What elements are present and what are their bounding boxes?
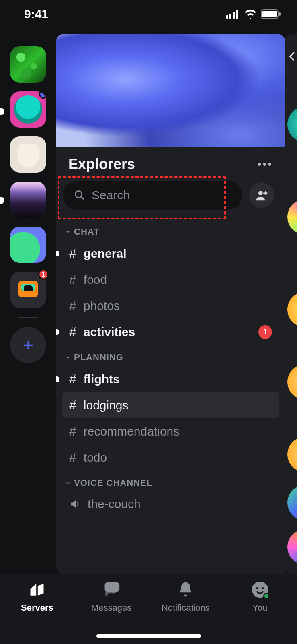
server-title: Explorers <box>68 156 135 173</box>
search-input[interactable]: Search <box>63 181 242 210</box>
svg-point-11 <box>256 587 258 590</box>
channel-general[interactable]: # general <box>62 240 279 266</box>
chevron-down-icon <box>65 355 71 360</box>
svg-rect-5 <box>262 11 277 17</box>
plus-icon: + <box>23 335 33 355</box>
members-peek[interactable] <box>285 34 297 574</box>
you-icon <box>251 581 269 599</box>
hash-icon: # <box>69 450 76 465</box>
channel-activities[interactable]: # activities 1 <box>62 319 279 345</box>
tab-bar: Servers Messages Notifications You <box>0 574 297 644</box>
messages-icon <box>102 581 120 599</box>
channel-label: todo <box>84 451 107 464</box>
tab-label: Servers <box>21 603 53 613</box>
search-placeholder: Search <box>92 188 130 202</box>
avatar[interactable] <box>287 292 297 327</box>
category-header[interactable]: PLANNING <box>62 345 279 366</box>
mention-badge: 1 <box>258 325 272 339</box>
channel-label: activities <box>84 325 135 339</box>
online-status-dot <box>263 593 270 599</box>
svg-rect-3 <box>236 10 238 19</box>
server-banner[interactable] <box>56 34 285 147</box>
svg-rect-0 <box>226 15 228 19</box>
channel-list[interactable]: CHAT # general # food # photos # activit… <box>56 216 285 574</box>
svg-point-9 <box>258 191 263 195</box>
svg-rect-6 <box>279 12 281 16</box>
hash-icon: # <box>69 424 76 439</box>
tab-you[interactable]: You <box>226 581 294 613</box>
avatar[interactable] <box>287 107 297 142</box>
status-indicators <box>226 9 281 19</box>
channel-label: the-couch <box>88 497 141 511</box>
channel-panel: Explorers ••• Search CHAT # general <box>56 34 285 574</box>
server-header[interactable]: Explorers ••• <box>56 147 285 177</box>
server-list[interactable]: 1 + <box>0 34 56 574</box>
channel-voice-the-couch[interactable]: the-couch <box>62 491 279 516</box>
speaker-icon <box>69 498 80 510</box>
more-icon[interactable]: ••• <box>258 158 273 171</box>
add-user-icon <box>255 189 268 202</box>
home-indicator <box>96 634 201 638</box>
back-icon <box>287 50 297 62</box>
category-label: CHAT <box>74 227 99 237</box>
hash-icon: # <box>69 246 76 261</box>
unread-indicator <box>56 251 59 256</box>
tab-notifications[interactable]: Notifications <box>152 581 220 613</box>
tab-label: Messages <box>91 603 131 613</box>
invite-button[interactable] <box>249 182 274 208</box>
avatar[interactable] <box>287 437 297 472</box>
category-label: PLANNING <box>74 352 123 363</box>
channel-food[interactable]: # food <box>62 266 279 293</box>
avatar[interactable] <box>287 529 297 565</box>
avatar[interactable] <box>287 485 297 520</box>
tab-messages[interactable]: Messages <box>77 581 145 613</box>
server-item[interactable] <box>10 91 46 128</box>
selected-indicator <box>0 197 4 204</box>
hash-icon: # <box>69 372 76 386</box>
channel-label: flights <box>84 372 120 386</box>
hash-icon: # <box>69 324 76 339</box>
channel-label: recommendations <box>84 425 179 438</box>
hash-icon: # <box>69 398 76 413</box>
channel-todo[interactable]: # todo <box>62 444 279 471</box>
search-icon <box>74 190 85 201</box>
unread-indicator <box>56 329 59 335</box>
category-header[interactable]: VOICE CHANNEL <box>62 471 279 491</box>
battery-icon <box>261 9 281 19</box>
server-item[interactable] <box>10 46 46 83</box>
svg-rect-2 <box>233 12 235 19</box>
svg-point-12 <box>261 587 264 590</box>
tab-label: You <box>252 603 267 613</box>
tab-label: Notifications <box>162 603 210 613</box>
channel-recommendations[interactable]: # recommendations <box>62 418 279 444</box>
channel-label: lodgings <box>84 398 129 412</box>
avatar[interactable] <box>287 364 297 400</box>
channel-label: food <box>84 273 107 287</box>
tab-servers[interactable]: Servers <box>3 581 71 613</box>
channel-lodgings[interactable]: # lodgings <box>62 392 279 418</box>
mention-badge: 1 <box>38 269 49 280</box>
category-label: VOICE CHANNEL <box>74 478 152 488</box>
cellular-icon <box>226 10 240 19</box>
bell-icon <box>177 581 195 599</box>
avatar[interactable] <box>287 199 297 235</box>
channel-photos[interactable]: # photos <box>62 293 279 319</box>
hash-icon: # <box>69 272 76 287</box>
category-header[interactable]: CHAT <box>62 219 279 240</box>
channel-label: photos <box>84 299 120 313</box>
channel-flights[interactable]: # flights <box>62 366 279 392</box>
hash-icon: # <box>69 298 76 313</box>
status-dot <box>39 91 46 99</box>
add-server-button[interactable]: + <box>10 327 46 363</box>
chevron-down-icon <box>65 229 71 235</box>
wifi-icon <box>244 10 257 19</box>
server-item[interactable] <box>10 227 46 263</box>
channel-label: general <box>84 247 127 260</box>
server-item[interactable] <box>10 136 46 173</box>
server-item[interactable] <box>10 182 46 218</box>
svg-point-7 <box>76 191 82 198</box>
status-bar: 9:41 <box>0 0 297 28</box>
chevron-down-icon <box>65 480 71 486</box>
servers-icon <box>28 581 46 599</box>
divider <box>18 317 38 318</box>
